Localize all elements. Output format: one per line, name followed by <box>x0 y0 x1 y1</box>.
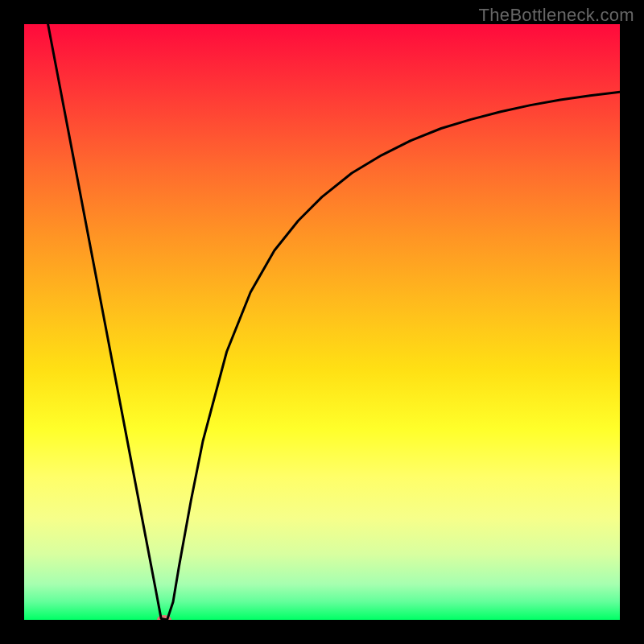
plot-area <box>24 24 620 620</box>
chart-frame: TheBottleneck.com <box>0 0 644 644</box>
watermark-text: TheBottleneck.com <box>479 5 634 26</box>
bottleneck-curve-svg <box>24 24 620 620</box>
curve-group <box>48 24 620 620</box>
bottleneck-curve-path <box>48 24 620 620</box>
